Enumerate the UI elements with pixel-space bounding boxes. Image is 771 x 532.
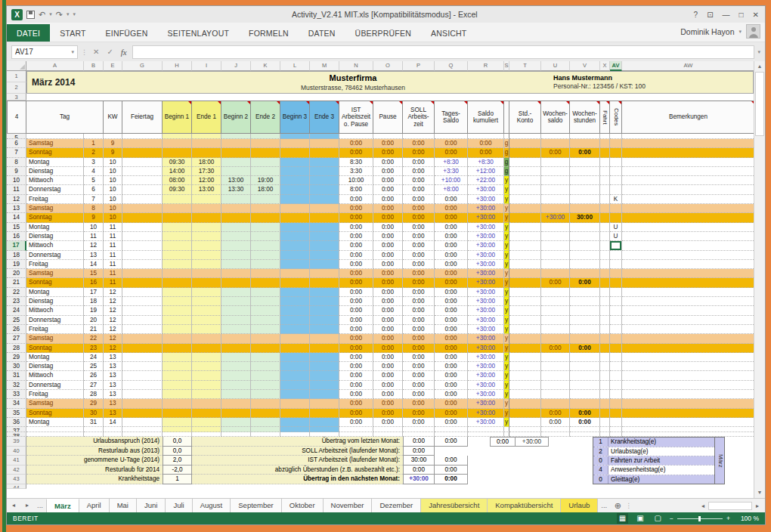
cell-s-13[interactable]: y [504,204,509,213]
cell-bem-22[interactable] [622,288,754,297]
cell-b2-23[interactable] [221,297,251,306]
cell-b3-28[interactable] [280,344,310,353]
cell-bem-32[interactable] [622,381,754,390]
avatar[interactable] [746,24,760,39]
column-header-K[interactable]: K [251,61,280,71]
cell-fei-23[interactable] [122,297,163,306]
cell-e3-18[interactable] [310,251,339,260]
cell-fahrt-25[interactable] [600,316,610,325]
scroll-up-icon[interactable]: ▲ [754,61,765,72]
cell-wh-29[interactable] [570,353,600,362]
cell-kw-37[interactable] [104,427,122,432]
row-header-3[interactable]: 3 [7,94,26,101]
account-area[interactable]: Dominik Hayon ▾ [680,24,765,42]
cell-ist-5[interactable] [339,134,373,139]
cell-e3-35[interactable] [310,409,339,418]
cell-soll-32[interactable]: 0:00 [403,381,435,390]
cell-b3-33[interactable] [280,390,310,399]
sheet-tab-mai[interactable]: Mai [110,499,137,512]
row-header-35[interactable]: 35 [7,409,26,418]
cell-e1-27[interactable] [192,334,221,343]
cell-wh-32[interactable] [570,381,600,390]
cell-e1-21[interactable] [192,278,221,287]
cell-fahrt-19[interactable] [600,260,610,269]
cell-wh-7[interactable]: 0:00 [570,148,600,157]
cell-b2-22[interactable] [221,288,251,297]
cell-ist-22[interactable]: 0:00 [339,288,373,297]
cell-ks-15[interactable]: +30:00 [468,223,504,232]
row-header-31[interactable]: 31 [7,371,26,380]
cell-ist-29[interactable]: 0:00 [339,353,373,362]
cell-b3-10[interactable] [280,176,310,185]
cell-std-12[interactable] [509,195,541,204]
cell-e2-31[interactable] [251,371,280,380]
cell-soll-13[interactable]: 0:00 [403,204,435,213]
cell-s-14[interactable]: y [504,213,509,222]
column-header-V[interactable]: V [570,61,600,71]
cell-e1-18[interactable] [192,251,221,260]
cell-b3-32[interactable] [280,381,310,390]
cell-wh-24[interactable] [570,306,600,315]
cell-e2-25[interactable] [251,316,280,325]
cell-std-13[interactable] [509,204,541,213]
cell-pause-22[interactable]: 0:00 [373,288,403,297]
cell-pause-30[interactable]: 0:00 [373,362,403,371]
cell-codes-9[interactable] [610,167,622,176]
cell-ist-25[interactable]: 0:00 [339,316,373,325]
horizontal-scrollbar[interactable]: ◂ ▸ [698,499,765,512]
cell-ws-20[interactable] [541,269,570,278]
cell-codes-27[interactable] [610,334,622,343]
cell-ks-31[interactable]: +30:00 [468,371,504,380]
cell-b1-10[interactable]: 08:00 [163,176,192,185]
cell-bem-9[interactable] [622,167,754,176]
cell-e2-6[interactable] [251,139,280,148]
cell-ts-30[interactable]: 0:00 [435,362,468,371]
cell-ts-33[interactable]: 0:00 [435,390,468,399]
cell-soll-17[interactable]: 0:00 [403,241,435,250]
cell-std-21[interactable] [509,278,541,287]
row-header-16[interactable]: 16 [7,232,26,241]
cell-ist-32[interactable]: 0:00 [339,381,373,390]
cell-codes-33[interactable] [610,390,622,399]
cell-b1-17[interactable] [163,241,192,250]
cell-kw-12[interactable]: 10 [104,195,122,204]
cell-codes-21[interactable] [610,278,622,287]
zoom-slider[interactable] [677,518,723,519]
cell-fahrt-28[interactable] [600,344,610,353]
cell-soll-28[interactable]: 0:00 [403,344,435,353]
cell-soll-10[interactable]: 0:00 [403,176,435,185]
cell-ks-5[interactable] [468,134,504,139]
column-header-U[interactable]: U [541,61,570,71]
cell-kw-25[interactable]: 12 [104,316,122,325]
cell-wh-34[interactable] [570,399,600,408]
cell-e3-19[interactable] [310,260,339,269]
cell-fahrt-31[interactable] [600,371,610,380]
insert-function-icon[interactable]: fx [119,48,129,57]
cell-ks-7[interactable]: 0:00 [468,148,504,157]
cell-s-20[interactable]: y [504,269,509,278]
cell-day-10[interactable]: Mittwoch [26,176,84,185]
cell-kw-23[interactable]: 12 [104,297,122,306]
cell-std-28[interactable] [509,344,541,353]
cell-b1-13[interactable] [163,204,192,213]
summary-mid-value2[interactable]: 0:00 [435,437,468,447]
cell-std-18[interactable] [509,251,541,260]
cell-ist-15[interactable]: 0:00 [339,223,373,232]
summary-mid-value2[interactable]: 0:00 [435,475,468,484]
cell-b1-27[interactable] [163,334,192,343]
cell-d-15[interactable]: 10 [84,223,104,232]
cell-std-19[interactable] [509,260,541,269]
cell-b3-17[interactable] [280,241,310,250]
cell-e2-34[interactable] [251,399,280,408]
ribbon-tab-einfügen[interactable]: EINFÜGEN [96,24,158,42]
save-button[interactable] [26,11,35,19]
cell-e2-32[interactable] [251,381,280,390]
cell-b2-24[interactable] [221,306,251,315]
cell-d-24[interactable]: 19 [84,306,104,315]
row-header-44[interactable]: 44 [7,484,26,489]
cell-s-17[interactable]: y [504,241,509,250]
cell-d-34[interactable]: 29 [84,399,104,408]
cell-bem-23[interactable] [622,297,754,306]
cell-wh-5[interactable] [570,134,600,139]
cell-wh-10[interactable] [570,176,600,185]
